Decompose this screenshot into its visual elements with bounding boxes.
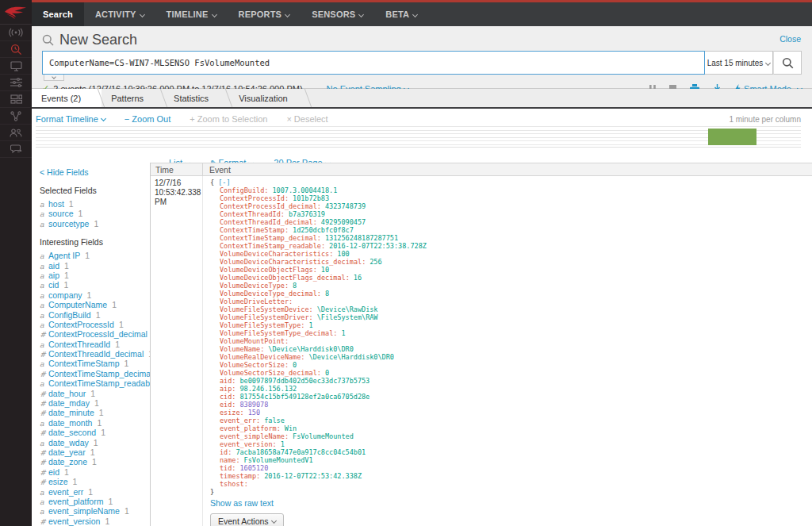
event-json-fields: ConfigBuild1007.3.0004418.1 ContextProce… — [210, 186, 805, 488]
interesting-fields-title: Interesting Fields — [40, 237, 145, 247]
nav-menu-item[interactable]: BETA — [374, 2, 428, 26]
field-type-prefix: # — [40, 350, 48, 359]
field-item[interactable]: # eid 1 — [40, 467, 145, 477]
zoom-to-selection-button[interactable]: + Zoom to Selection — [190, 114, 267, 124]
json-field-line: event_simpleNameFsVolumeMounted — [210, 432, 805, 440]
json-field-line: ContextTimeStamp_readable2016-12-07T22:5… — [210, 242, 805, 250]
investigate-search-icon[interactable] — [0, 41, 32, 58]
field-item[interactable]: a ComputerName 1 — [40, 300, 145, 309]
events-table-header: Time Event — [151, 163, 812, 176]
field-item[interactable]: a event_simpleName 1 — [40, 506, 145, 516]
field-item[interactable]: a event_platform 1 — [40, 497, 145, 506]
broadcast-icon[interactable] — [0, 25, 32, 41]
field-item[interactable]: # date_year 1 — [40, 447, 145, 457]
field-item[interactable]: a sourcetype 1 — [40, 219, 145, 228]
field-item[interactable]: a source 1 — [40, 209, 145, 218]
field-item[interactable]: a company 1 — [40, 290, 145, 300]
field-type-prefix: a — [40, 379, 48, 389]
left-icon-rail — [0, 0, 32, 526]
results-tab[interactable]: Patterns — [102, 89, 164, 107]
time-range-picker[interactable]: Last 15 minutes — [705, 51, 773, 75]
field-type-prefix: # — [40, 428, 48, 438]
users-icon[interactable] — [0, 125, 32, 141]
field-type-prefix: # — [40, 399, 48, 409]
close-link[interactable]: Close — [779, 34, 801, 44]
support-chat-icon[interactable] — [0, 141, 32, 158]
search-assistant-toggle[interactable] — [44, 75, 64, 81]
json-field-line: ConfigBuild1007.3.0004418.1 — [210, 186, 805, 194]
field-type-prefix: a — [40, 301, 48, 310]
json-field-line: timestamp2016-12-07T22:53:42.338Z — [210, 472, 805, 480]
field-item[interactable]: a host 1 — [40, 199, 145, 209]
selected-fields-title: Selected Fields — [40, 186, 145, 195]
deselect-button[interactable]: × Deselect — [286, 114, 327, 124]
field-item[interactable]: a date_wday 1 — [40, 438, 145, 447]
json-collapse-toggle[interactable]: [-] — [218, 179, 230, 186]
field-item[interactable]: a ConfigBuild 1 — [40, 310, 145, 320]
configuration-sliders-icon[interactable] — [0, 75, 32, 91]
event-json: { [-] ConfigBuild1007.3.0004418.1 Contex… — [210, 179, 805, 496]
fields-sidebar: < Hide Fields Selected Fields a host 1 a… — [32, 163, 150, 526]
nav-menu-item[interactable]: SENSORS — [301, 2, 374, 26]
chevron-down-icon — [212, 11, 217, 17]
nav-menu-item[interactable]: ACTIVITY — [84, 2, 155, 26]
field-item[interactable]: # esize 1 — [40, 477, 145, 486]
field-item[interactable]: a ContextTimeStamp 1 — [40, 359, 145, 368]
events-content: Format Timeline − Zoom Out + Zoom to Sel… — [32, 110, 812, 526]
zoom-out-button[interactable]: − Zoom Out — [124, 114, 170, 124]
nav-menu-item[interactable]: Search — [32, 2, 84, 26]
chevron-down-icon — [271, 518, 277, 524]
field-item[interactable]: # ContextThreadId_decimal 1 — [40, 349, 145, 359]
chevron-down-icon — [52, 75, 56, 79]
field-item[interactable]: a aid 1 — [40, 261, 145, 271]
event-actions-button[interactable]: Event Actions — [210, 513, 284, 526]
nav-menu-item[interactable]: REPORTS — [228, 2, 301, 26]
field-item[interactable]: a ContextThreadId 1 — [40, 340, 145, 349]
events-timeline-histogram[interactable] — [36, 126, 801, 148]
chevron-down-icon — [412, 11, 418, 17]
results-tab[interactable]: Events (2) — [32, 89, 102, 107]
field-item[interactable]: # date_hour 1 — [40, 389, 145, 398]
results-tab[interactable]: Statistics — [164, 89, 229, 107]
hide-fields-link[interactable]: < Hide Fields — [40, 167, 145, 177]
dashboards-icon[interactable] — [0, 91, 32, 108]
field-item[interactable]: # event_version 1 — [40, 516, 145, 526]
hosts-monitor-icon[interactable] — [0, 58, 32, 75]
event-column-header: Event — [203, 163, 812, 175]
event-graph-icon[interactable] — [0, 108, 32, 125]
chevron-down-icon — [765, 60, 771, 65]
field-type-prefix: a — [40, 359, 48, 369]
field-item[interactable]: a date_month 1 — [40, 418, 145, 428]
nav-menu-item[interactable]: TIMELINE — [155, 2, 228, 26]
field-type-prefix: a — [40, 497, 48, 507]
json-field-line: VolumeDeviceCharacteristics100 — [210, 250, 805, 258]
json-field-line: ContextProcessId_decimal4323748739 — [210, 202, 805, 210]
json-field-line: VolumeDeviceType_decimal8 — [210, 290, 805, 298]
field-type-prefix: # — [40, 448, 48, 458]
run-search-button[interactable] — [773, 51, 802, 75]
field-item[interactable]: # date_second 1 — [40, 428, 145, 437]
timeline-event-bar[interactable] — [708, 129, 756, 145]
field-item[interactable]: a Agent IP 1 — [40, 251, 145, 260]
field-item[interactable]: a event_err 1 — [40, 487, 145, 497]
top-navigation: Search ACTIVITY TIMELINE REPORTS SENSORS… — [32, 2, 812, 26]
field-item[interactable]: # ContextTimeStamp_decimal 1 — [40, 369, 145, 378]
field-item[interactable]: # date_mday 1 — [40, 398, 145, 408]
field-item[interactable]: a ContextTimeStamp_readable 1 — [40, 378, 145, 388]
json-field-line: tid1605120 — [210, 464, 805, 472]
field-item[interactable]: a aip 1 — [40, 271, 145, 280]
results-tab[interactable]: Visualization — [229, 89, 308, 107]
field-item[interactable]: # ContextProcessId_decimal 1 — [40, 329, 145, 339]
field-item[interactable]: # date_zone 1 — [40, 457, 145, 466]
field-item[interactable]: a ContextProcessId 1 — [40, 320, 145, 329]
json-field-line: esize150 — [210, 409, 805, 417]
format-timeline-menu[interactable]: Format Timeline — [36, 114, 105, 124]
search-input[interactable] — [42, 51, 705, 75]
selected-fields-list: a host 1 a source 1 a sourcetype 1 — [40, 199, 145, 228]
show-raw-text-link[interactable]: Show as raw text — [210, 498, 805, 508]
crowdstrike-logo[interactable] — [0, 0, 32, 25]
chevron-down-icon — [358, 11, 364, 17]
field-item[interactable]: a cid 1 — [40, 280, 145, 290]
field-type-prefix: # — [40, 517, 48, 526]
field-item[interactable]: # date_minute 1 — [40, 408, 145, 417]
